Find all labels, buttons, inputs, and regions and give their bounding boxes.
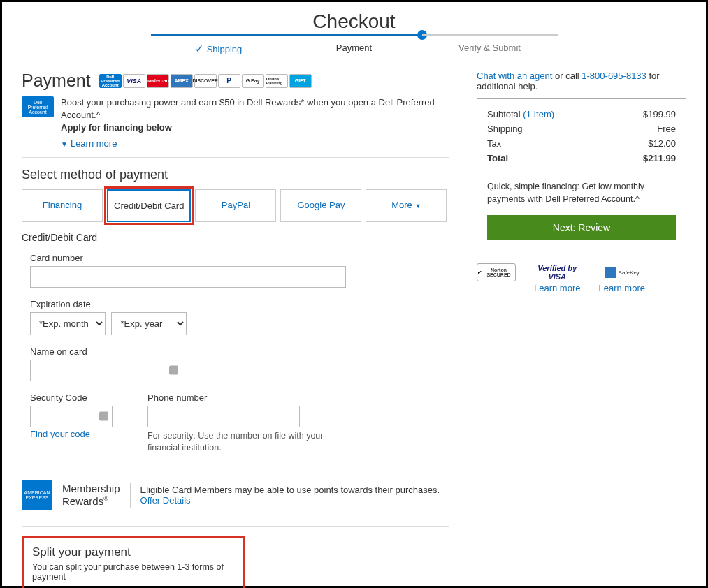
financing-note: Quick, simple financing: Get low monthly… <box>487 172 676 205</box>
dpa-badge-icon: Dell Preferred Account <box>22 96 54 117</box>
tab-financing[interactable]: Financing <box>22 189 103 222</box>
tab-google-pay[interactable]: Google Pay <box>280 189 361 222</box>
membership-rewards-title: MembershipRewards® <box>62 483 131 508</box>
caret-down-icon: ▼ <box>415 203 421 210</box>
name-on-card-label: Name on card <box>30 346 449 357</box>
tab-credit-debit[interactable]: Credit/Debit Card <box>107 189 191 222</box>
shipping-label: Shipping <box>487 124 523 134</box>
subtotal-items-link[interactable]: (1 Item) <box>523 109 554 119</box>
next-review-button[interactable]: Next: Review <box>487 215 676 240</box>
total-label: Total <box>487 153 508 163</box>
exp-year-select[interactable]: *Exp. year <box>111 312 187 335</box>
split-payment-title: Split your payment <box>32 545 235 559</box>
phone-helper-text: For security: Use the number on file wit… <box>147 430 343 455</box>
split-payment-box: Split your payment You can split your pu… <box>22 536 245 588</box>
check-icon: ✓ <box>195 43 204 54</box>
visa-learn-more-link[interactable]: Learn more <box>534 283 580 293</box>
separator <box>22 526 449 527</box>
subtotal-value: $199.99 <box>643 109 676 119</box>
tax-value: $12.00 <box>648 138 676 149</box>
promo-text: Boost your purchasing power and earn $50… <box>61 97 435 120</box>
page-title: Checkout <box>22 10 686 33</box>
card-number-input[interactable] <box>30 266 346 288</box>
card-icon-discover: DISCOVER <box>194 74 217 88</box>
step-verify-label: Verify & Submit <box>458 43 521 53</box>
safekey-learn-more-link[interactable]: Learn more <box>598 283 644 293</box>
select-method-heading: Select method of payment <box>22 168 449 182</box>
checkout-stepper: ✓Shipping Payment Verify & Submit <box>22 34 686 55</box>
learn-more-link[interactable]: ▼Learn more <box>61 138 117 150</box>
payment-method-tabs: Financing Credit/Debit Card PayPal Googl… <box>22 189 449 222</box>
card-icon-gift: GIFT <box>289 74 312 88</box>
name-on-card-input[interactable] <box>30 360 182 381</box>
step-shipping[interactable]: ✓Shipping <box>151 34 287 55</box>
split-payment-desc: You can split your purchase between 1-3 … <box>32 562 235 582</box>
shipping-value: Free <box>657 124 676 134</box>
security-badges: ✔Norton SECURED Verified by VISA Learn m… <box>477 263 686 293</box>
subtotal-label: Subtotal <box>487 109 523 119</box>
norton-badge-icon: ✔Norton SECURED <box>477 263 516 281</box>
tab-paypal[interactable]: PayPal <box>195 189 276 222</box>
tax-label: Tax <box>487 138 501 149</box>
step-payment: Payment <box>287 34 422 55</box>
tab-more[interactable]: More▼ <box>366 189 447 222</box>
accepted-cards: Dell Preferred Account VISA mastercard A… <box>99 74 312 88</box>
card-icon-amex: AMEX <box>171 74 193 88</box>
dpa-promo: Dell Preferred Account Boost your purcha… <box>22 96 449 158</box>
payment-heading: Payment <box>22 71 91 91</box>
card-icon-mastercard: mastercard <box>147 74 169 88</box>
security-code-label: Security Code <box>30 392 113 403</box>
find-your-code-link[interactable]: Find your code <box>30 429 90 439</box>
phone-number-label: Phone number <box>147 392 343 403</box>
card-icon-online-banking: Online Banking <box>266 74 288 88</box>
card-icon-dpa: Dell Preferred Account <box>99 74 122 88</box>
verified-by-visa-icon: Verified by VISA <box>537 263 577 281</box>
amex-badge-icon: AMERICAN EXPRESS <box>22 480 52 510</box>
promo-bold: Apply for financing below <box>61 122 449 134</box>
amex-membership-rewards: AMERICAN EXPRESS MembershipRewards® Elig… <box>22 466 449 520</box>
help-text: Chat with an agent or call 1-800-695-813… <box>477 71 686 91</box>
step-shipping-label: Shipping <box>207 44 243 54</box>
card-icon-gpay: G Pay <box>242 74 264 88</box>
keyboard-icon <box>99 412 108 421</box>
caret-down-icon: ▼ <box>61 140 68 148</box>
exp-month-select[interactable]: *Exp. month <box>30 312 106 335</box>
card-icon-paypal: P <box>218 74 240 88</box>
help-phone-link[interactable]: 1-800-695-8133 <box>581 71 646 81</box>
safekey-icon: SafeKey <box>602 263 642 281</box>
offer-details-link[interactable]: Offer Details <box>140 495 191 506</box>
phone-number-input[interactable] <box>147 406 300 427</box>
card-number-label: Card number <box>30 253 449 263</box>
expiration-label: Expiration date <box>30 299 449 309</box>
credit-card-section-title: Credit/Debit Card <box>22 232 449 243</box>
chat-agent-link[interactable]: Chat with an agent <box>477 71 552 81</box>
membership-rewards-desc: Eligible Card Members may be able to use… <box>140 485 440 495</box>
card-icon-visa: VISA <box>123 74 145 88</box>
keyboard-icon <box>169 366 178 375</box>
order-summary: Subtotal (1 Item) $199.99 Shipping Free … <box>477 98 686 253</box>
step-verify: Verify & Submit <box>422 34 558 55</box>
total-value: $211.99 <box>643 153 676 163</box>
step-payment-label: Payment <box>336 43 372 53</box>
